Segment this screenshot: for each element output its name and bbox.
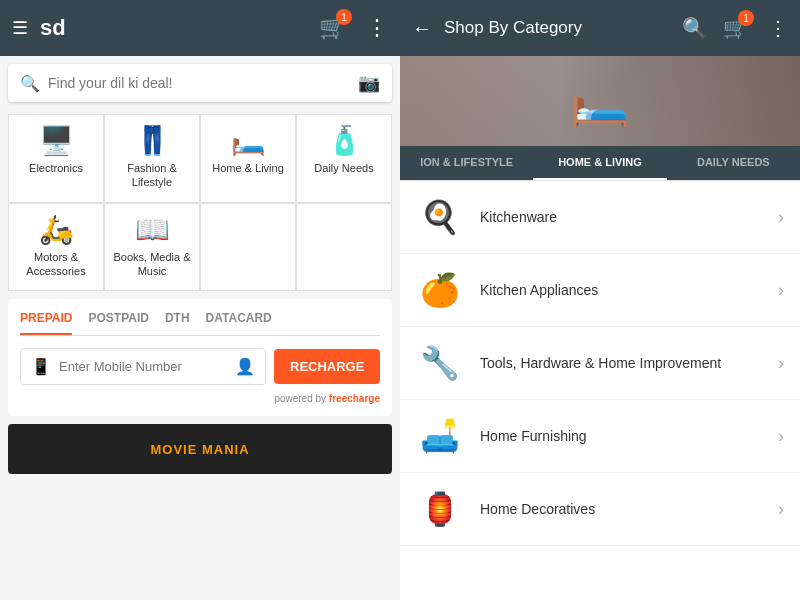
right-search-icon[interactable]: 🔍	[682, 16, 707, 40]
recharge-tabs: PREPAIDPOSTPAIDDTHDATACARD	[20, 311, 380, 336]
right-more-icon[interactable]: ⋮	[768, 16, 788, 40]
daily-needs-label: Daily Needs	[314, 161, 373, 175]
home-living-label: Home & Living	[212, 161, 284, 175]
kitchenware-chevron-icon: ›	[778, 207, 784, 228]
search-input[interactable]	[48, 75, 358, 91]
right-tab-home-&-living[interactable]: HOME & LIVING	[533, 146, 666, 180]
category-item-cat8[interactable]	[296, 203, 392, 292]
right-tab-ion-&-lifestyle[interactable]: ION & LIFESTYLE	[400, 146, 533, 180]
tools-hardware-chevron-icon: ›	[778, 353, 784, 374]
home-decoratives-list-icon: 🏮	[416, 485, 464, 533]
category-tabs: ION & LIFESTYLEHOME & LIVINGDAILY NEEDS	[400, 146, 800, 181]
right-cart-button[interactable]: 🛒 1	[723, 16, 748, 40]
recharge-tab-dth[interactable]: DTH	[165, 311, 190, 335]
category-item-motors[interactable]: 🛵Motors & Accessories	[8, 203, 104, 292]
more-icon[interactable]: ⋮	[366, 15, 388, 41]
hero-image: 🛏️	[400, 56, 800, 146]
category-list: 🍳Kitchenware›🍊Kitchen Appliances›🔧Tools,…	[400, 181, 800, 600]
category-item-fashion[interactable]: 👖Fashion & Lifestyle	[104, 114, 200, 203]
list-item-home-decoratives[interactable]: 🏮Home Decoratives›	[400, 473, 800, 546]
home-decoratives-chevron-icon: ›	[778, 499, 784, 520]
home-furnishing-chevron-icon: ›	[778, 426, 784, 447]
kitchenware-list-icon: 🍳	[416, 193, 464, 241]
kitchen-appliances-list-label: Kitchen Appliances	[480, 282, 778, 298]
recharge-input-row: 📱 👤 RECHARGE	[20, 348, 380, 385]
home-furnishing-list-icon: 🛋️	[416, 412, 464, 460]
books-icon: 📖	[135, 216, 170, 244]
back-icon[interactable]: ←	[412, 17, 432, 40]
daily-needs-icon: 🧴	[327, 127, 362, 155]
hero-bed-icon: 🛏️	[570, 73, 630, 129]
cart-badge: 1	[336, 9, 352, 25]
search-icon: 🔍	[20, 74, 40, 93]
books-label: Books, Media & Music	[109, 250, 195, 279]
kitchenware-list-label: Kitchenware	[480, 209, 778, 225]
right-panel: ← Shop By Category 🔍 🛒 1 ⋮ 🛏️ ION & LIFE…	[400, 0, 800, 600]
list-item-tools-hardware[interactable]: 🔧Tools, Hardware & Home Improvement›	[400, 327, 800, 400]
list-item-kitchenware[interactable]: 🍳Kitchenware›	[400, 181, 800, 254]
category-grid: 🖥️Electronics👖Fashion & Lifestyle🛏️Home …	[8, 114, 392, 291]
right-header: ← Shop By Category 🔍 🛒 1 ⋮	[400, 0, 800, 56]
hamburger-icon[interactable]: ☰	[12, 17, 28, 39]
app-logo: sd	[40, 15, 66, 41]
tools-hardware-list-label: Tools, Hardware & Home Improvement	[480, 355, 778, 371]
list-item-home-furnishing[interactable]: 🛋️Home Furnishing›	[400, 400, 800, 473]
mobile-icon: 📱	[31, 357, 51, 376]
contacts-icon[interactable]: 👤	[235, 357, 255, 376]
bottom-banner: MOVIE MANIA	[8, 424, 392, 474]
fashion-label: Fashion & Lifestyle	[109, 161, 195, 190]
recharge-button[interactable]: RECHARGE	[274, 349, 380, 384]
shop-by-category-title: Shop By Category	[444, 18, 670, 38]
left-panel: ☰ sd 🛒 1 ⋮ 🔍 📷 🖥️Electronics👖Fashion & L…	[0, 0, 400, 600]
recharge-tab-postpaid[interactable]: POSTPAID	[88, 311, 148, 335]
electronics-icon: 🖥️	[39, 127, 74, 155]
kitchen-appliances-list-icon: 🍊	[416, 266, 464, 314]
category-item-books[interactable]: 📖Books, Media & Music	[104, 203, 200, 292]
recharge-tab-prepaid[interactable]: PREPAID	[20, 311, 72, 335]
recharge-tab-datacard[interactable]: DATACARD	[206, 311, 272, 335]
powered-by: powered by freecharge	[20, 393, 380, 404]
right-tab-daily-needs[interactable]: DAILY NEEDS	[667, 146, 800, 180]
search-bar: 🔍 📷	[8, 64, 392, 102]
category-item-home-living[interactable]: 🛏️Home & Living	[200, 114, 296, 203]
mobile-input-wrap: 📱 👤	[20, 348, 266, 385]
kitchen-appliances-chevron-icon: ›	[778, 280, 784, 301]
electronics-label: Electronics	[29, 161, 83, 175]
fashion-icon: 👖	[135, 127, 170, 155]
cart-button[interactable]: 🛒 1	[319, 15, 346, 41]
left-header: ☰ sd 🛒 1 ⋮	[0, 0, 400, 56]
recharge-section: PREPAIDPOSTPAIDDTHDATACARD 📱 👤 RECHARGE …	[8, 299, 392, 416]
home-decoratives-list-label: Home Decoratives	[480, 501, 778, 517]
list-item-kitchen-appliances[interactable]: 🍊Kitchen Appliances›	[400, 254, 800, 327]
home-living-icon: 🛏️	[231, 127, 266, 155]
camera-icon[interactable]: 📷	[358, 72, 380, 94]
freecharge-brand: freecharge	[329, 393, 380, 404]
home-furnishing-list-label: Home Furnishing	[480, 428, 778, 444]
category-item-cat7[interactable]	[200, 203, 296, 292]
motors-icon: 🛵	[39, 216, 74, 244]
right-cart-badge: 1	[738, 10, 754, 26]
category-item-daily-needs[interactable]: 🧴Daily Needs	[296, 114, 392, 203]
mobile-number-input[interactable]	[59, 359, 227, 374]
tools-hardware-list-icon: 🔧	[416, 339, 464, 387]
banner-text: MOVIE MANIA	[150, 442, 249, 457]
motors-label: Motors & Accessories	[13, 250, 99, 279]
category-item-electronics[interactable]: 🖥️Electronics	[8, 114, 104, 203]
